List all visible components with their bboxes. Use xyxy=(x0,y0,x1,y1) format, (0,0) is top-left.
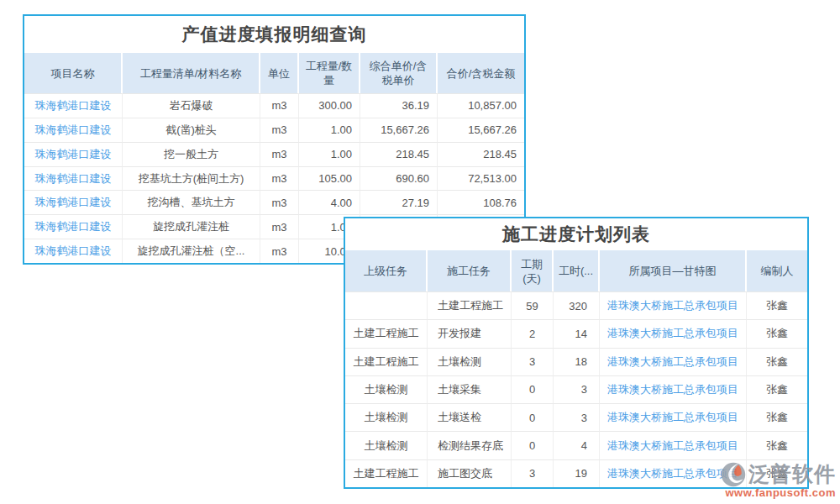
table-cell: 挖沟槽、基坑土方 xyxy=(123,190,260,214)
table-row: 土建工程施工土壤检测318港珠澳大桥施工总承包项目张鑫 xyxy=(345,348,807,375)
table-row: 珠海鹤港口建设岩石爆破m3300.0036.1910,857.00 xyxy=(24,93,524,118)
window2-column-header: 上级任务 xyxy=(345,250,428,291)
table-row: 珠海鹤港口建设挖基坑土方(桩间土方)m3105.00690.6072,513.0… xyxy=(24,166,524,191)
table-cell: 张鑫 xyxy=(747,403,807,431)
table-row: 土建工程施工开发报建214港珠澳大桥施工总承包项目张鑫 xyxy=(345,319,807,347)
window1-header-row: 项目名称工程量清单/材料名称单位工程量/数量综合单价/含税单价合价/含税金额 xyxy=(24,53,524,93)
table-cell: 土建工程施工 xyxy=(345,319,428,347)
table-cell: 土壤检测 xyxy=(345,375,428,403)
window2-title-bar: 施工进度计划列表 xyxy=(345,218,807,250)
window1-column-header: 合价/含税金额 xyxy=(438,53,524,93)
window1-column-header: 综合单价/含税单价 xyxy=(360,53,438,93)
table-cell: 1.00 xyxy=(299,142,360,166)
table-cell: 土建工程施工 xyxy=(345,459,428,487)
table-cell: 14 xyxy=(554,319,600,347)
table-cell: 旋挖成孔灌注桩（空... xyxy=(123,239,260,263)
table-cell: 300.00 xyxy=(299,93,360,118)
table-cell: 105.00 xyxy=(299,166,360,191)
table-cell: m3 xyxy=(260,166,299,191)
table-cell: 挖基坑土方(桩间土方) xyxy=(123,166,260,191)
table-row: 珠海鹤港口建设挖沟槽、基坑土方m34.0027.19108.76 xyxy=(24,190,524,214)
table-cell: 0 xyxy=(512,403,554,431)
table-cell: 土建工程施工 xyxy=(345,348,428,375)
table-row: 土壤检测土壤采集03港珠澳大桥施工总承包项目张鑫 xyxy=(345,375,807,403)
table-cell: m3 xyxy=(260,214,299,239)
table-row: 土壤检测土壤送检03港珠澳大桥施工总承包项目张鑫 xyxy=(345,403,807,431)
table-cell: 218.45 xyxy=(438,142,524,166)
table-row: 珠海鹤港口建设截(凿)桩头m31.0015,667.2615,667.26 xyxy=(24,118,524,142)
project-link[interactable]: 港珠澳大桥施工总承包项目 xyxy=(600,431,747,459)
table-cell: 690.60 xyxy=(360,166,438,191)
table-cell: 3 xyxy=(554,375,600,403)
project-link[interactable]: 港珠澳大桥施工总承包项目 xyxy=(600,375,747,403)
table-cell: 19 xyxy=(554,459,600,487)
table-cell: 张鑫 xyxy=(747,375,807,403)
table-cell: 土建工程施工 xyxy=(428,291,512,319)
table-cell: 4 xyxy=(554,431,600,459)
project-link[interactable]: 港珠澳大桥施工总承包项目 xyxy=(600,403,747,431)
window2-body: 土建工程施工59320港珠澳大桥施工总承包项目张鑫土建工程施工开发报建214港珠… xyxy=(345,291,807,487)
table-cell: 59 xyxy=(512,291,554,319)
table-cell xyxy=(345,291,428,319)
window1-column-header: 单位 xyxy=(260,53,299,93)
table-cell: 3 xyxy=(512,348,554,375)
project-link[interactable]: 珠海鹤港口建设 xyxy=(24,142,123,166)
brand-url: www.fanpusoft.com xyxy=(714,486,836,499)
table-cell: 0 xyxy=(512,375,554,403)
table-cell: 土壤检测 xyxy=(428,348,512,375)
project-link[interactable]: 珠海鹤港口建设 xyxy=(24,93,123,118)
window2-column-header: 工时(... xyxy=(554,250,600,291)
table-cell: 挖一般土方 xyxy=(123,142,260,166)
table-cell: 1.00 xyxy=(299,118,360,142)
table-cell: 张鑫 xyxy=(747,291,807,319)
table-row: 珠海鹤港口建设挖一般土方m31.00218.45218.45 xyxy=(24,142,524,166)
table-cell: 截(凿)桩头 xyxy=(123,118,260,142)
table-cell: 0 xyxy=(512,431,554,459)
window1-title: 产值进度填报明细查询 xyxy=(182,23,367,46)
project-link[interactable]: 港珠澳大桥施工总承包项目 xyxy=(600,319,747,347)
table-cell: 4.00 xyxy=(299,190,360,214)
project-link[interactable]: 珠海鹤港口建设 xyxy=(24,239,123,263)
table-cell: 张鑫 xyxy=(747,348,807,375)
project-link[interactable]: 港珠澳大桥施工总承包项目 xyxy=(600,348,747,375)
table-cell: 土壤采集 xyxy=(428,375,512,403)
table-cell: m3 xyxy=(260,118,299,142)
table-cell: 108.76 xyxy=(438,190,524,214)
table-cell: 旋挖成孔灌注桩 xyxy=(123,214,260,239)
table-cell: 岩石爆破 xyxy=(123,93,260,118)
window2-column-header: 所属项目—甘特图 xyxy=(600,250,747,291)
table-cell: m3 xyxy=(260,190,299,214)
table-cell: 土壤检测 xyxy=(345,403,428,431)
construction-schedule-window: 施工进度计划列表 上级任务施工任务工期(天)工时(...所属项目—甘特图编制人 … xyxy=(344,217,809,489)
table-row: 土壤检测检测结果存底04港珠澳大桥施工总承包项目张鑫 xyxy=(345,431,807,459)
table-cell: m3 xyxy=(260,239,299,263)
table-cell: 施工图交底 xyxy=(428,459,512,487)
window1-column-header: 工程量清单/材料名称 xyxy=(123,53,260,93)
table-cell: 开发报建 xyxy=(428,319,512,347)
table-row: 土建工程施工59320港珠澳大桥施工总承包项目张鑫 xyxy=(345,291,807,319)
table-cell: 3 xyxy=(512,459,554,487)
table-cell: 检测结果存底 xyxy=(428,431,512,459)
table-cell: 土壤送检 xyxy=(428,403,512,431)
table-cell: 218.45 xyxy=(360,142,438,166)
table-cell: 15,667.26 xyxy=(360,118,438,142)
table-cell: 10,857.00 xyxy=(438,93,524,118)
window2-column-header: 施工任务 xyxy=(428,250,512,291)
table-cell: m3 xyxy=(260,142,299,166)
window1-title-bar: 产值进度填报明细查询 xyxy=(24,16,524,53)
window2-column-header: 工期(天) xyxy=(512,250,554,291)
project-link[interactable]: 珠海鹤港口建设 xyxy=(24,118,123,142)
window2-header-row: 上级任务施工任务工期(天)工时(...所属项目—甘特图编制人 xyxy=(345,250,807,291)
project-link[interactable]: 珠海鹤港口建设 xyxy=(24,166,123,191)
window2-title: 施工进度计划列表 xyxy=(502,223,650,246)
project-link[interactable]: 珠海鹤港口建设 xyxy=(24,190,123,214)
project-link[interactable]: 珠海鹤港口建设 xyxy=(24,214,123,239)
fanpu-logo-icon xyxy=(720,461,747,488)
brand-name: 泛普软件 xyxy=(748,460,836,488)
table-cell: 320 xyxy=(554,291,600,319)
table-cell: m3 xyxy=(260,93,299,118)
table-cell: 2 xyxy=(512,319,554,347)
table-cell: 15,667.26 xyxy=(438,118,524,142)
project-link[interactable]: 港珠澳大桥施工总承包项目 xyxy=(600,291,747,319)
window2-column-header: 编制人 xyxy=(747,250,807,291)
